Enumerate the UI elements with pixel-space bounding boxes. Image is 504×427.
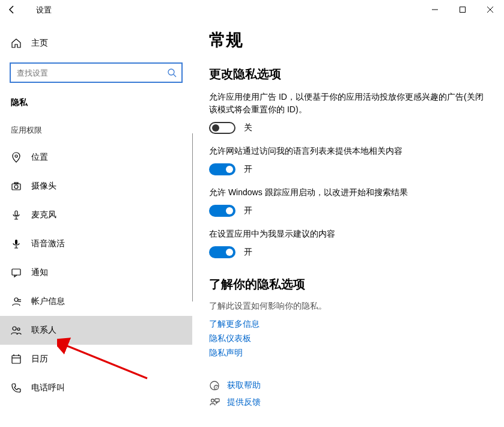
sidebar-item-calendar[interactable]: 日历 [0,345,192,374]
close-button[interactable] [476,0,504,19]
svg-point-17 [17,328,20,330]
toggle-state-label: 关 [244,123,252,133]
sidebar-item-location[interactable]: 位置 [0,143,192,172]
notifications-icon [11,267,23,278]
svg-point-6 [15,155,17,157]
suggested-content-description: 在设置应用中为我显示建议的内容 [209,228,487,240]
location-icon [11,152,23,163]
suggested-content-toggle-row: 开 [209,246,487,258]
nav-item-label: 联系人 [31,325,56,336]
scrollbar-indicator[interactable] [192,133,193,301]
svg-point-16 [13,327,16,330]
back-arrow-icon [7,5,17,14]
know-privacy-options-description: 了解此设置如何影响你的隐私。 [209,301,487,312]
content-panel: 常规 更改隐私选项 允许应用使用广告 ID，以便基于你的应用活动投放你更感兴趣的… [192,19,504,427]
toggle-state-label: 开 [244,247,252,258]
camera-icon [11,181,23,192]
toggle-state-label: 开 [244,164,252,175]
main-layout: 主页 隐私 应用权限 位置 摄像头 麦克风 [0,19,504,427]
help-icon: ? [209,380,227,391]
sidebar: 主页 隐私 应用权限 位置 摄像头 麦克风 [0,19,192,427]
track-app-launches-toggle-row: 开 [209,205,487,217]
nav-item-label: 通知 [31,267,48,278]
svg-point-25 [211,399,214,402]
change-privacy-options-heading: 更改隐私选项 [209,66,487,82]
svg-rect-10 [15,211,17,216]
get-help-label: 获取帮助 [227,380,261,391]
svg-rect-26 [215,399,219,402]
microphone-icon [11,210,23,220]
maximize-button[interactable] [449,0,476,19]
phone-icon [11,383,23,393]
nav-item-label: 帐户信息 [31,296,65,307]
account-info-icon [11,296,23,307]
minimize-button[interactable] [421,0,449,19]
titlebar: 设置 [0,0,504,19]
advertising-id-toggle[interactable] [209,122,235,134]
give-feedback-link[interactable]: 提供反馈 [209,397,487,408]
home-label: 主页 [31,38,48,49]
sidebar-item-voice-activation[interactable]: 语音激活 [0,229,192,258]
svg-point-8 [14,185,18,189]
search-box[interactable] [10,62,183,83]
svg-rect-12 [12,269,20,275]
track-app-launches-description: 允许 Windows 跟踪应用启动，以改进开始和搜索结果 [209,186,487,199]
contacts-icon [11,325,23,336]
track-app-launches-toggle[interactable] [209,205,235,217]
give-feedback-label: 提供反馈 [227,397,261,408]
website-language-description: 允许网站通过访问我的语言列表来提供本地相关内容 [209,145,487,157]
search-icon [167,68,177,77]
toggle-state-label: 开 [244,205,252,216]
home-icon [11,38,23,49]
nav-item-label: 语音激活 [31,238,65,249]
svg-rect-1 [460,7,466,13]
learn-more-link[interactable]: 了解更多信息 [209,319,487,330]
nav-item-label: 麦克风 [31,210,56,220]
back-button[interactable] [0,0,24,19]
calendar-icon [11,354,23,365]
privacy-category-label: 隐私 [0,97,192,108]
nav-item-label: 位置 [31,152,48,163]
voice-activation-icon [11,238,23,249]
page-title: 常规 [209,29,487,52]
feedback-icon [209,397,227,408]
minimize-icon [431,6,439,13]
privacy-statement-link[interactable]: 隐私声明 [209,348,487,359]
svg-rect-18 [12,356,20,363]
privacy-dashboard-link[interactable]: 隐私仪表板 [209,333,487,344]
close-icon [487,6,494,13]
window-title: 设置 [36,5,52,16]
svg-line-5 [174,74,176,77]
svg-rect-9 [14,183,18,184]
sidebar-item-microphone[interactable]: 麦克风 [0,201,192,229]
sidebar-item-contacts[interactable]: 联系人 [0,316,192,345]
sidebar-item-camera[interactable]: 摄像头 [0,172,192,201]
website-language-toggle-row: 开 [209,163,487,175]
svg-point-13 [14,298,18,301]
svg-text:?: ? [216,386,217,390]
advertising-id-description: 允许应用使用广告 ID，以便基于你的应用活动投放你更感兴趣的广告(关闭该模式将会… [209,91,487,116]
nav-item-label: 电话呼叫 [31,383,65,393]
nav-item-label: 摄像头 [31,181,56,192]
sidebar-item-notifications[interactable]: 通知 [0,258,192,287]
svg-rect-11 [15,240,17,244]
app-permissions-label: 应用权限 [0,125,192,136]
svg-point-4 [168,69,174,75]
website-language-toggle[interactable] [209,163,235,175]
suggested-content-toggle[interactable] [209,246,235,258]
get-help-link[interactable]: ? 获取帮助 [209,380,487,391]
sidebar-item-account-info[interactable]: 帐户信息 [0,287,192,316]
home-button[interactable]: 主页 [0,31,192,55]
advertising-id-toggle-row: 关 [209,122,487,134]
window-controls [421,0,504,19]
maximize-icon [459,6,466,13]
know-privacy-options-heading: 了解你的隐私选项 [209,276,487,292]
nav-item-label: 日历 [31,354,48,365]
sidebar-item-phone-calls[interactable]: 电话呼叫 [0,374,192,402]
search-input[interactable] [16,68,167,78]
